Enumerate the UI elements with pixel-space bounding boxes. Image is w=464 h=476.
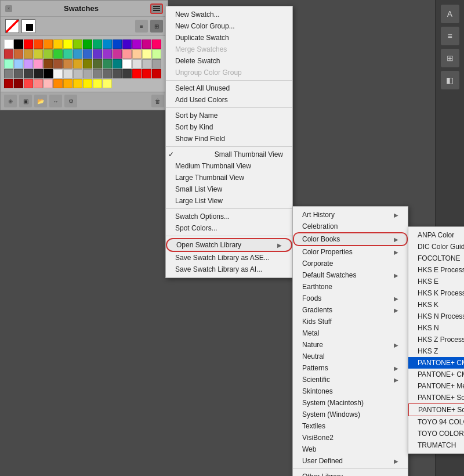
swatch-cell-38[interactable] [63, 59, 72, 68]
menu-sort-by-name[interactable]: Sort by Name [166, 110, 292, 121]
swatch-cell-71[interactable] [73, 79, 82, 88]
submenu1-other-library[interactable]: Other Library... [293, 471, 408, 476]
menu-duplicate-swatch[interactable]: Duplicate Swatch [166, 32, 292, 44]
swatch-cell-17[interactable] [14, 49, 23, 59]
submenu2-focoltone[interactable]: FOCOLTONE [408, 253, 464, 264]
swatch-cell-5[interactable] [53, 39, 63, 49]
swatch-cell-26[interactable] [103, 49, 112, 59]
swatch-cell-1[interactable] [14, 39, 23, 49]
swatch-cell-47[interactable] [152, 59, 161, 68]
swatch-cell-58[interactable] [103, 69, 112, 78]
stroke-fill-indicator[interactable] [21, 19, 35, 33]
swatch-cell-65[interactable] [14, 79, 23, 88]
submenu2-toyo[interactable]: TOYO COLOR FINDER [408, 428, 464, 439]
right-panel-icon-4[interactable]: ◧ [441, 71, 459, 89]
swatch-cell-52[interactable] [44, 69, 53, 78]
submenu2-hks-n-process[interactable]: HKS N Process [408, 311, 464, 322]
submenu1-user-defined[interactable]: User Defined ▶ [293, 455, 408, 467]
swatch-cell-55[interactable] [73, 69, 82, 78]
swatch-cell-22[interactable] [63, 49, 72, 59]
menu-swatch-options[interactable]: Swatch Options... [166, 211, 292, 222]
submenu1-textiles[interactable]: Textiles [293, 420, 408, 432]
swatch-options-button[interactable]: ⚙ [64, 95, 77, 107]
swatch-cell-13[interactable] [132, 39, 142, 49]
swatch-cell-50[interactable] [24, 69, 33, 78]
swatch-cell-8[interactable] [83, 39, 92, 49]
submenu2-pantone-cmyk-uncoated[interactable]: PANTONE+ CMYK Uncoated [408, 369, 464, 380]
submenu1-metal[interactable]: Metal [293, 327, 408, 339]
swatch-cell-11[interactable] [113, 39, 122, 49]
right-panel-icon-3[interactable]: ⊞ [441, 49, 459, 67]
submenu2-pantone-solid-coated[interactable]: PANTONE+ Solid Coated [408, 392, 464, 403]
swatch-cell-48[interactable] [4, 69, 13, 78]
swatch-cell-2[interactable] [24, 39, 33, 49]
swatch-cell-34[interactable] [24, 59, 33, 68]
submenu2-pantone-cmyk-coated[interactable]: PANTONE+ CMYK Coated [408, 357, 464, 369]
new-color-group-button[interactable]: ▣ [19, 95, 32, 107]
swatch-cell-56[interactable] [83, 69, 92, 78]
submenu1-corporate[interactable]: Corporate [293, 258, 408, 269]
swatch-cell-23[interactable] [73, 49, 82, 59]
swatch-cell-32[interactable] [4, 59, 13, 68]
menu-spot-colors[interactable]: Spot Colors... [166, 222, 292, 234]
menu-select-all-unused[interactable]: Select All Unused [166, 82, 292, 94]
submenu1-visibone2[interactable]: VisiBone2 [293, 432, 408, 443]
menu-small-list[interactable]: Small List View [166, 183, 292, 195]
submenu2-trumatch[interactable]: TRUMATCH [408, 439, 464, 451]
swatch-cell-42[interactable] [103, 59, 112, 68]
menu-add-used-colors[interactable]: Add Used Colors [166, 94, 292, 106]
swatch-cell-19[interactable] [34, 49, 43, 59]
swatch-cell-49[interactable] [14, 69, 23, 78]
swatch-cell-16[interactable] [4, 49, 13, 59]
swatch-cell-41[interactable] [93, 59, 102, 68]
swatch-cell-29[interactable] [132, 49, 142, 59]
menu-save-ai[interactable]: Save Swatch Library as AI... [166, 264, 292, 275]
swatch-cell-12[interactable] [122, 39, 132, 49]
replace-swatch-button[interactable]: ↔ [49, 95, 62, 107]
menu-small-thumbnail[interactable]: Small Thumbnail View [166, 149, 292, 160]
swatch-cell-54[interactable] [63, 69, 72, 78]
new-swatch-button[interactable]: ⊕ [4, 95, 17, 107]
swatch-cell-43[interactable] [113, 59, 122, 68]
grid-view-icon[interactable]: ⊞ [150, 20, 163, 33]
delete-swatch-button[interactable]: 🗑 [151, 95, 164, 107]
swatch-cell-3[interactable] [34, 39, 43, 49]
swatch-cell-0[interactable] [4, 39, 13, 49]
swatch-cell-46[interactable] [142, 59, 151, 68]
submenu2-hks-z-process[interactable]: HKS Z Process [408, 334, 464, 345]
swatch-cell-35[interactable] [34, 59, 43, 68]
swatch-cell-30[interactable] [142, 49, 151, 59]
menu-sort-by-kind[interactable]: Sort by Kind [166, 121, 292, 133]
swatch-cell-67[interactable] [34, 79, 43, 88]
swatch-cell-33[interactable] [14, 59, 23, 68]
swatch-cell-39[interactable] [73, 59, 82, 68]
submenu1-system-win[interactable]: System (Windows) [293, 409, 408, 420]
swatch-cell-4[interactable] [44, 39, 53, 49]
submenu2-toyo-94[interactable]: TOYO 94 COLOR FINDER [408, 416, 464, 428]
submenu1-art-history[interactable]: Art History ▶ [293, 209, 408, 221]
swatch-cell-51[interactable] [34, 69, 43, 78]
panel-menu-button[interactable] [150, 3, 163, 14]
swatch-cell-61[interactable] [132, 69, 142, 78]
swatch-cell-27[interactable] [113, 49, 122, 59]
list-view-icon[interactable]: ≡ [135, 20, 148, 33]
swatch-cell-36[interactable] [44, 59, 53, 68]
swatch-cell-45[interactable] [132, 59, 142, 68]
submenu2-hks-e[interactable]: HKS E [408, 276, 464, 287]
submenu1-nature[interactable]: Nature ▶ [293, 339, 408, 351]
swatch-cell-20[interactable] [44, 49, 53, 59]
swatch-cell-68[interactable] [44, 79, 53, 88]
swatch-cell-14[interactable] [142, 39, 151, 49]
menu-open-swatch-library[interactable]: Open Swatch Library ▶ [166, 238, 292, 252]
right-panel-icon-2[interactable]: ≡ [441, 27, 459, 45]
submenu1-web[interactable]: Web [293, 443, 408, 455]
swatch-cell-40[interactable] [83, 59, 92, 68]
swatch-cell-63[interactable] [152, 69, 161, 78]
swatch-cell-70[interactable] [63, 79, 72, 88]
submenu1-kids-stuff[interactable]: Kids Stuff [293, 316, 408, 327]
submenu2-hks-e-process[interactable]: HKS E Process [408, 264, 464, 276]
panel-close-button[interactable]: × [5, 5, 12, 12]
swatch-cell-74[interactable] [103, 79, 112, 88]
submenu1-earthtone[interactable]: Earthtone [293, 281, 408, 293]
menu-large-list[interactable]: Large List View [166, 195, 292, 207]
